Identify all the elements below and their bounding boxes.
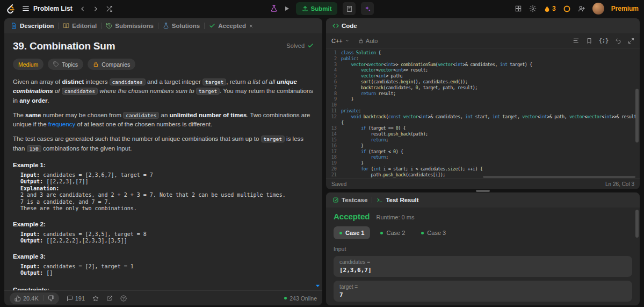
format-icon[interactable] — [573, 37, 580, 44]
braces-icon[interactable]: {;} — [599, 38, 609, 44]
tab-accepted[interactable]: Accepted — [209, 23, 254, 29]
code-line[interactable]: 3 vector<vector<int>> combinationSum(vec… — [326, 62, 640, 68]
user-avatar[interactable] — [592, 3, 604, 15]
tag-icon — [53, 61, 59, 67]
field-label: target = — [339, 284, 626, 290]
premium-link[interactable]: Premium — [611, 5, 639, 12]
timer-button[interactable] — [563, 5, 571, 13]
panel-resize-handle[interactable] — [476, 190, 490, 192]
line-number: 4 — [326, 67, 341, 73]
tab-separator — [158, 23, 158, 29]
fullscreen-icon[interactable] — [628, 38, 634, 44]
flame-icon — [544, 5, 551, 12]
tab-editorial[interactable]: Editorial — [63, 23, 97, 29]
tab-submissions[interactable]: Submissions — [106, 23, 154, 29]
tab-solutions[interactable]: Solutions — [163, 23, 200, 29]
code-line[interactable]: 16 } — [326, 143, 640, 149]
text-span: and a target integer — [146, 78, 202, 85]
shuffle-button[interactable] — [106, 5, 113, 12]
invite-button[interactable] — [578, 5, 585, 12]
testcase-field[interactable]: target =7 — [334, 281, 632, 302]
testcase-field[interactable]: candidates =[2,3,6,7] — [334, 256, 632, 277]
code-line[interactable]: 15 return; — [326, 137, 640, 143]
case-tab[interactable]: Case 3 — [415, 226, 452, 239]
result-scrollbar[interactable] — [635, 210, 639, 238]
text-span: 2 and 3 are candidates, and 2 + 2 + 3 = … — [20, 192, 286, 198]
ai-assistant-button[interactable] — [361, 2, 374, 15]
menu-icon — [22, 5, 30, 12]
debug-button[interactable] — [270, 5, 278, 12]
favorite-button[interactable] — [92, 295, 99, 302]
code-line[interactable]: 4 vector<vector<int>> result; — [326, 67, 640, 73]
code-line[interactable]: 18 return; — [326, 154, 640, 160]
description-paragraph: Given an array of distinct integers cand… — [13, 77, 314, 105]
dislike-button[interactable] — [48, 295, 54, 302]
accepted-check-icon — [209, 23, 215, 29]
code-line[interactable]: 17 if (target < 0) { — [326, 149, 640, 155]
code-line[interactable]: 11private: — [326, 108, 640, 114]
notes-button[interactable] — [343, 2, 356, 15]
problem-list-button[interactable]: Problem List — [22, 5, 73, 12]
shuffle-icon — [106, 5, 113, 12]
language-selector[interactable]: C++ — [331, 38, 350, 44]
code-line[interactable]: 1class Solution { — [326, 50, 640, 56]
tab-description[interactable]: Description — [11, 23, 54, 29]
gear-icon — [529, 5, 537, 12]
case-tab[interactable]: Case 1 — [334, 226, 370, 239]
code-lines: 1class Solution {2public:3 vector<vector… — [326, 50, 640, 178]
code-line[interactable]: 12 void backtrack(const vector<int>& can… — [326, 114, 640, 120]
editor-horizontal-scrollbar[interactable] — [483, 176, 635, 178]
code-line[interactable]: 19 } — [326, 160, 640, 166]
cursor-position: Ln 26, Col 3 — [605, 181, 634, 187]
next-problem-button[interactable] — [92, 5, 99, 12]
streak-button[interactable]: 3 — [544, 5, 556, 12]
code-line[interactable]: 6 sort(candidates.begin(), candidates.en… — [326, 79, 640, 85]
code-line[interactable]: 9 } — [326, 96, 640, 102]
tab-testcase[interactable]: Testcase — [332, 197, 367, 203]
code-line[interactable]: 20 for (int i = start; i < candidates.si… — [326, 166, 640, 172]
auto-toggle[interactable]: Auto — [358, 38, 378, 44]
code-line[interactable]: 14 result.push_back(path); — [326, 131, 640, 137]
tab-test-result[interactable]: Test Result — [377, 197, 418, 203]
tab-code[interactable]: Code — [332, 23, 357, 29]
leetcode-logo[interactable] — [5, 4, 16, 14]
line-number: 2 — [326, 56, 341, 62]
grid-icon — [515, 5, 522, 12]
settings-button[interactable] — [529, 5, 537, 12]
text-span: The test cases are generated such that t… — [13, 135, 261, 142]
line-number: 20 — [326, 166, 341, 172]
code-line[interactable]: 13 if (target == 0) { — [326, 125, 640, 131]
run-button[interactable] — [283, 5, 291, 12]
frequency-link[interactable]: frequency — [48, 121, 76, 127]
case-tab[interactable]: Case 2 — [374, 226, 411, 239]
chevron-right-icon — [92, 5, 99, 12]
submit-label: Submit — [311, 5, 332, 12]
comments-button[interactable]: 191 — [67, 295, 85, 302]
code-line[interactable]: 5 vector<int> path; — [326, 73, 640, 79]
layout-button[interactable] — [515, 5, 522, 12]
line-number: 3 — [326, 62, 341, 68]
scroll-down-indicator[interactable] — [315, 283, 321, 289]
code-line[interactable]: { — [326, 120, 640, 126]
companies-badge[interactable]: Companies — [88, 59, 135, 70]
difficulty-badge[interactable]: Medium — [13, 59, 44, 70]
bookmark-icon[interactable] — [586, 38, 592, 44]
code-editor[interactable]: 1class Solution {2public:3 vector<vector… — [326, 48, 640, 179]
inline-code-chip: 150 — [27, 145, 41, 152]
code-line[interactable]: 10 — [326, 102, 640, 108]
like-button[interactable]: 20.4K — [15, 295, 39, 302]
tab-separator — [101, 23, 102, 29]
reset-code-icon[interactable] — [615, 38, 621, 44]
close-tab-icon[interactable] — [249, 24, 254, 28]
submit-button[interactable]: Submit — [296, 2, 338, 15]
code-line[interactable]: 7 backtrack(candidates, 0, target, path,… — [326, 85, 640, 91]
topics-badge[interactable]: Topics — [48, 59, 83, 70]
code-line[interactable]: 8 return result; — [326, 91, 640, 97]
editor-vertical-scrollbar[interactable] — [635, 89, 639, 142]
text-span: of at least one of the chosen numbers is… — [75, 121, 212, 127]
share-button[interactable] — [106, 295, 113, 302]
help-button[interactable] — [120, 295, 127, 302]
code-line[interactable]: 2public: — [326, 56, 640, 62]
debug-flask-icon — [270, 5, 278, 12]
prev-problem-button[interactable] — [79, 5, 86, 12]
